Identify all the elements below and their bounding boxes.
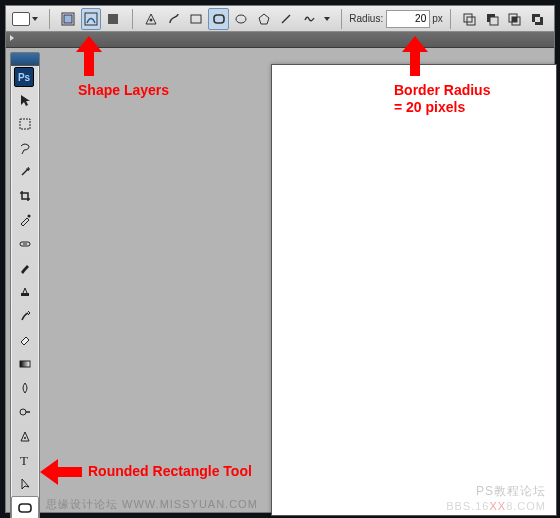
app-logo: Ps: [11, 66, 37, 88]
radius-label: Radius:: [349, 13, 383, 24]
marquee-tool-icon[interactable]: [11, 112, 39, 136]
combine-add-icon[interactable]: [459, 8, 480, 30]
watermark-left: 思缘设计论坛 WWW.MISSYUAN.COM: [46, 497, 258, 512]
svg-rect-10: [464, 14, 472, 22]
svg-rect-6: [214, 15, 224, 23]
custom-shape-tool-icon[interactable]: [299, 8, 320, 30]
app-window: Radius: px Ps T: [5, 5, 555, 513]
eyedropper-tool-icon[interactable]: [11, 208, 39, 232]
radius-input[interactable]: [386, 10, 430, 28]
pen-tool-icon[interactable]: [141, 8, 162, 30]
move-tool-icon[interactable]: [11, 88, 39, 112]
type-tool-icon[interactable]: T: [11, 448, 39, 472]
svg-rect-16: [512, 17, 517, 22]
shape-options-dropdown[interactable]: [324, 17, 330, 21]
svg-rect-13: [490, 17, 498, 25]
watermark-right-2: BBS.16XX8.COM: [446, 500, 546, 512]
radius-unit: px: [432, 13, 443, 24]
combine-intersect-icon[interactable]: [504, 8, 525, 30]
tools-panel-header[interactable]: [11, 53, 39, 66]
polygon-tool-icon[interactable]: [254, 8, 275, 30]
annotation-rounded-rect: Rounded Rectangle Tool: [88, 463, 252, 479]
svg-rect-5: [191, 15, 201, 23]
clone-stamp-tool-icon[interactable]: [11, 280, 39, 304]
svg-marker-8: [259, 14, 269, 24]
svg-rect-3: [108, 14, 118, 24]
svg-point-27: [20, 409, 26, 415]
magic-wand-tool-icon[interactable]: [11, 160, 39, 184]
path-selection-tool-icon[interactable]: [11, 472, 39, 496]
svg-rect-19: [535, 17, 540, 22]
separator: [450, 9, 451, 29]
separator: [132, 9, 133, 29]
arrow-icon: [72, 36, 106, 78]
ellipse-tool-icon[interactable]: [231, 8, 252, 30]
svg-point-7: [236, 15, 246, 23]
svg-point-22: [28, 215, 31, 218]
svg-text:T: T: [20, 453, 28, 467]
tool-preset-dropdown[interactable]: [12, 12, 38, 26]
svg-marker-37: [40, 459, 82, 485]
brush-tool-icon[interactable]: [11, 256, 39, 280]
healing-brush-tool-icon[interactable]: [11, 232, 39, 256]
arrow-icon: [40, 456, 84, 488]
annotation-shape-layers: Shape Layers: [78, 82, 169, 98]
watermark-right-1: PS教程论坛: [476, 483, 546, 500]
panel-expand-icon[interactable]: [10, 35, 18, 43]
chevron-down-icon: [32, 17, 38, 21]
dodge-tool-icon[interactable]: [11, 400, 39, 424]
rectangle-tool-icon[interactable]: [186, 8, 207, 30]
history-brush-tool-icon[interactable]: [11, 304, 39, 328]
lasso-tool-icon[interactable]: [11, 136, 39, 160]
rounded-rectangle-tool-icon[interactable]: [208, 8, 229, 30]
freeform-pen-icon[interactable]: [163, 8, 184, 30]
annotation-border-radius-1: Border Radius: [394, 82, 490, 98]
options-bar: Radius: px: [6, 6, 554, 32]
separator: [49, 9, 50, 29]
paths-mode-button[interactable]: [81, 8, 102, 30]
svg-rect-25: [21, 293, 29, 296]
svg-point-4: [149, 18, 152, 21]
annotation-border-radius-2: = 20 pixels: [394, 99, 465, 115]
svg-rect-1: [64, 15, 72, 23]
svg-rect-11: [467, 17, 475, 25]
separator: [341, 9, 342, 29]
blur-tool-icon[interactable]: [11, 376, 39, 400]
svg-rect-26: [20, 361, 30, 367]
gradient-tool-icon[interactable]: [11, 352, 39, 376]
tools-panel: Ps T: [10, 52, 40, 518]
pen-tool-icon[interactable]: [11, 424, 39, 448]
rounded-rect-icon: [12, 12, 30, 26]
eraser-tool-icon[interactable]: [11, 328, 39, 352]
document-canvas[interactable]: [271, 64, 557, 516]
svg-rect-31: [19, 504, 31, 512]
shape-layers-mode-button[interactable]: [58, 8, 79, 30]
svg-rect-20: [20, 119, 30, 129]
combine-exclude-icon[interactable]: [526, 8, 547, 30]
rounded-rectangle-tool-icon[interactable]: [11, 496, 39, 518]
svg-marker-36: [402, 36, 428, 76]
svg-marker-35: [76, 36, 102, 76]
svg-line-9: [282, 15, 290, 23]
svg-line-21: [22, 169, 28, 175]
arrow-icon: [398, 36, 432, 78]
line-tool-icon[interactable]: [276, 8, 297, 30]
combine-subtract-icon[interactable]: [481, 8, 502, 30]
svg-point-29: [24, 437, 26, 439]
fill-pixels-mode-button[interactable]: [103, 8, 124, 30]
crop-tool-icon[interactable]: [11, 184, 39, 208]
